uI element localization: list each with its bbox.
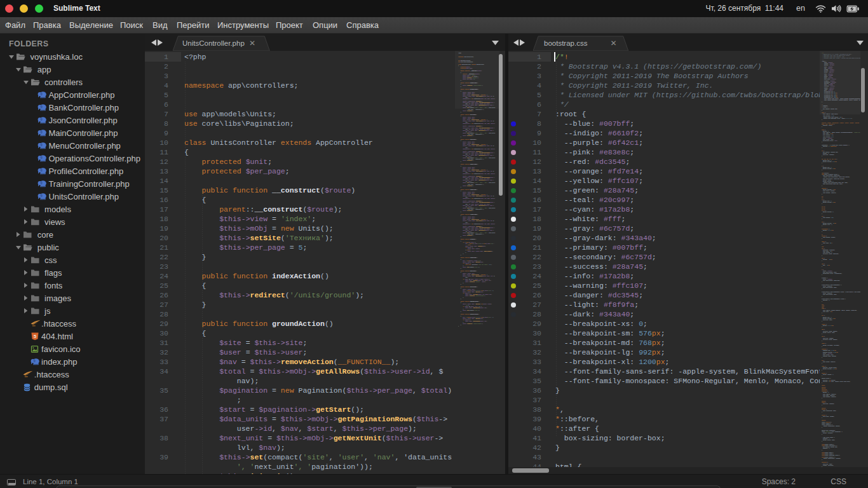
svg-text:5: 5	[34, 334, 37, 339]
